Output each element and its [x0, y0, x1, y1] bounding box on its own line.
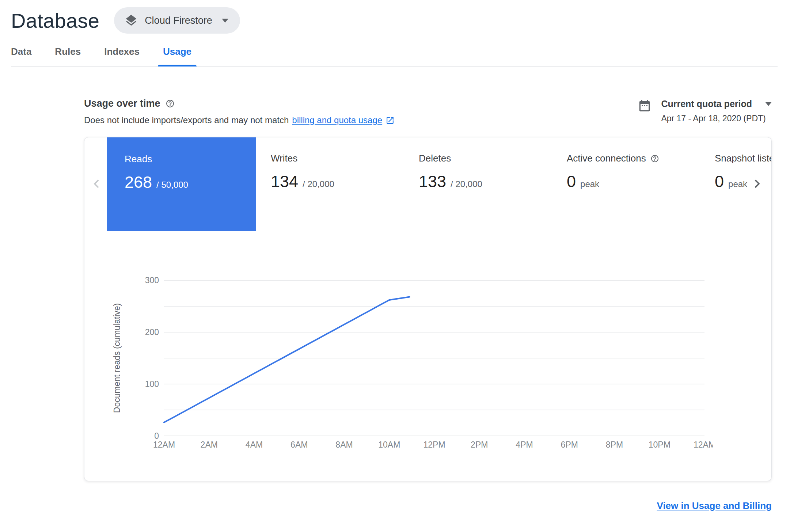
- svg-text:100: 100: [145, 379, 159, 389]
- product-selector[interactable]: Cloud Firestore: [114, 7, 240, 34]
- metric-writes[interactable]: Writes 134 / 20,000: [256, 137, 404, 231]
- svg-text:6PM: 6PM: [561, 440, 578, 449]
- svg-text:2AM: 2AM: [201, 440, 218, 449]
- metric-name: Deletes: [419, 153, 451, 164]
- page-title: Database: [11, 9, 99, 33]
- usage-section: Usage over time Does not include imports…: [0, 66, 790, 512]
- svg-text:4AM: 4AM: [246, 440, 263, 449]
- usage-header: Usage over time Does not include imports…: [84, 98, 772, 125]
- view-usage-billing-link[interactable]: View in Usage and Billing: [657, 500, 772, 511]
- metric-name: Active connections: [567, 153, 646, 164]
- metric-name: Snapshot listeners: [715, 153, 772, 164]
- product-selector-label: Cloud Firestore: [145, 15, 212, 26]
- svg-text:10PM: 10PM: [649, 440, 671, 449]
- metrics-prev-button[interactable]: [88, 175, 105, 193]
- quota-period-selector[interactable]: Current quota period Apr 17 - Apr 18, 20…: [638, 98, 772, 123]
- metric-value: 0: [715, 172, 724, 191]
- quota-period-text: Current quota period Apr 17 - Apr 18, 20…: [661, 99, 772, 123]
- tab-bar: Data Rules Indexes Usage: [11, 46, 778, 66]
- calendar-icon: [638, 99, 652, 113]
- metric-deletes[interactable]: Deletes 133 / 20,000: [404, 137, 552, 231]
- metric-name: Reads: [125, 153, 152, 165]
- svg-text:4PM: 4PM: [516, 440, 533, 449]
- metrics-next-button[interactable]: [749, 175, 766, 193]
- chevron-down-icon: [222, 19, 228, 23]
- svg-text:6AM: 6AM: [290, 440, 308, 449]
- usage-line-chart: 010020030012AM2AM4AM6AM8AM10AM12PM2PM4PM…: [84, 277, 713, 453]
- quota-period-range: Apr 17 - Apr 18, 2020 (PDT): [661, 114, 772, 123]
- svg-text:10AM: 10AM: [378, 440, 400, 449]
- metric-suffix: peak: [580, 179, 599, 189]
- svg-text:2PM: 2PM: [471, 440, 488, 449]
- usage-header-left: Usage over time Does not include imports…: [84, 98, 395, 125]
- billing-quota-usage-link[interactable]: billing and quota usage: [292, 115, 382, 125]
- svg-text:12PM: 12PM: [423, 440, 445, 449]
- metric-reads[interactable]: Reads 268 / 50,000: [107, 137, 256, 231]
- svg-text:300: 300: [145, 277, 159, 285]
- tab-usage[interactable]: Usage: [163, 46, 191, 66]
- metric-suffix: / 20,000: [303, 179, 334, 189]
- usage-subtitle-text: Does not include imports/exports and may…: [84, 115, 289, 125]
- chart-area: 010020030012AM2AM4AM6AM8AM10AM12PM2PM4PM…: [84, 277, 771, 453]
- help-icon[interactable]: [166, 99, 175, 108]
- firestore-icon: [124, 14, 138, 27]
- svg-text:8PM: 8PM: [606, 440, 623, 449]
- metric-value: 0: [567, 172, 576, 191]
- chevron-down-icon: [765, 102, 772, 106]
- metric-value: 134: [271, 172, 298, 191]
- svg-text:Document reads (cumulative): Document reads (cumulative): [112, 303, 122, 413]
- app-header: Database Cloud Firestore: [0, 0, 790, 34]
- help-icon[interactable]: [650, 154, 659, 163]
- svg-text:12AM: 12AM: [153, 440, 175, 449]
- metrics-row: Reads 268 / 50,000 Writes 134 / 20,000: [84, 137, 771, 231]
- footer-row: View in Usage and Billing: [84, 500, 772, 512]
- svg-text:8AM: 8AM: [335, 440, 353, 449]
- metric-name: Writes: [271, 153, 297, 164]
- metric-value: 133: [419, 172, 446, 191]
- svg-text:200: 200: [145, 327, 159, 337]
- metric-suffix: / 20,000: [451, 179, 482, 189]
- section-title: Usage over time: [84, 98, 160, 109]
- tab-indexes[interactable]: Indexes: [104, 46, 140, 66]
- usage-card: Reads 268 / 50,000 Writes 134 / 20,000: [84, 137, 772, 481]
- usage-subtitle: Does not include imports/exports and may…: [84, 115, 395, 125]
- metric-active-connections[interactable]: Active connections 0 peak: [552, 137, 700, 231]
- svg-text:12AM: 12AM: [694, 440, 713, 449]
- metric-value: 268: [125, 173, 152, 192]
- metric-suffix: / 50,000: [156, 180, 188, 190]
- tab-rules[interactable]: Rules: [55, 46, 81, 66]
- metric-suffix: peak: [728, 179, 747, 189]
- svg-text:0: 0: [154, 431, 159, 441]
- tab-data[interactable]: Data: [11, 46, 31, 66]
- external-link-icon: [385, 116, 395, 125]
- quota-period-label: Current quota period: [661, 99, 752, 109]
- firestore-database-usage-page: Database Cloud Firestore Data Rules Inde…: [0, 0, 790, 512]
